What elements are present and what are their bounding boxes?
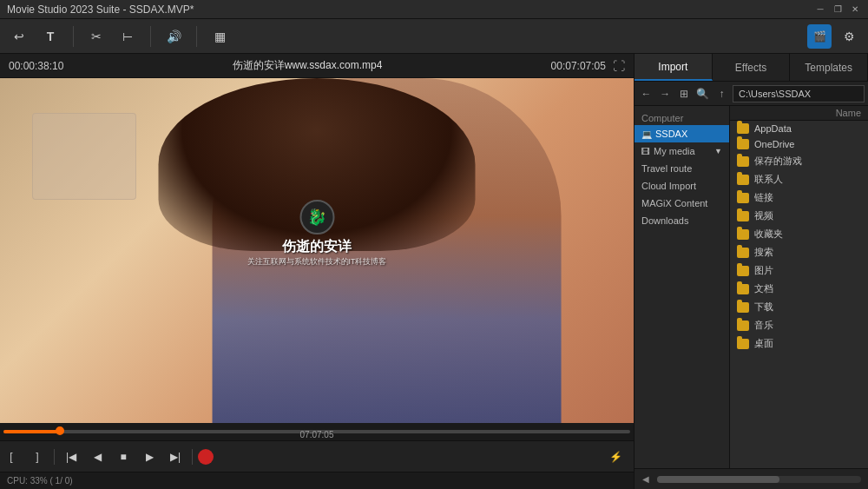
file-name: 视频 <box>754 209 773 222</box>
nav-item-ssdax[interactable]: 💻 SSDAX <box>635 125 729 142</box>
file-name: OneDrive <box>754 139 794 149</box>
folder-view-button[interactable]: ⊞ <box>676 84 693 103</box>
boost-button[interactable]: ⚡ <box>604 446 627 468</box>
file-name: 链接 <box>754 191 773 204</box>
go-to-start-button[interactable]: |◀ <box>60 446 82 468</box>
trim-tool-button[interactable]: ⊢ <box>115 24 140 49</box>
forward-button[interactable]: → <box>657 84 674 103</box>
progress-thumb <box>54 425 66 437</box>
undo-button[interactable]: ↩ <box>7 24 31 49</box>
folder-icon <box>737 156 749 167</box>
folder-icon <box>737 123 749 134</box>
path-input[interactable] <box>733 85 865 102</box>
title-text: Movie Studio 2023 Suite - SSDAX.MVP* <box>7 3 194 16</box>
search-button[interactable]: 🔍 <box>694 84 711 103</box>
video-topbar: 00:00:38:10 伤逝的安详www.ssdax.com.mp4 00:07… <box>0 54 634 78</box>
watermark-logo: 🐉 <box>299 200 334 235</box>
watermark-overlay: 🐉 伤逝的安详 关注互联网与系统软件技术的IT科技博客 <box>247 200 387 268</box>
transport-controls: [ ] |◀ ◀ ■ ▶ ▶| ⚡ <box>0 440 634 472</box>
timecode-total: 00:07:07:05 <box>551 60 606 72</box>
folder-icon <box>737 139 749 149</box>
nav-item-travel-route[interactable]: Travel route <box>635 160 729 177</box>
folder-icon <box>737 229 749 240</box>
text-tool-button[interactable]: T <box>38 24 62 49</box>
folder-icon <box>737 193 749 203</box>
nav-item-downloads[interactable]: Downloads <box>635 212 729 229</box>
folder-icon <box>737 302 749 313</box>
folder-icon <box>737 211 749 221</box>
mark-in-button[interactable]: [ <box>0 446 23 468</box>
video-player: 00:00:38:10 伤逝的安详www.ssdax.com.mp4 00:07… <box>0 54 634 472</box>
folder-icon <box>737 320 749 331</box>
folder-icon <box>737 266 749 276</box>
list-item[interactable]: OneDrive <box>730 136 868 152</box>
status-bar: CPU: 33% ( 1/ 0) <box>0 472 634 489</box>
nav-computer-header: Computer <box>635 109 729 125</box>
progress-area[interactable]: 07:07:05 <box>0 423 634 440</box>
nav-panel: Computer 💻 SSDAX 🎞 My media ▼ Travel rou… <box>635 106 730 468</box>
settings-button[interactable]: ⚙ <box>837 24 861 49</box>
progress-time: 07:07:05 <box>300 430 334 439</box>
window-controls[interactable]: ─ ❐ ✕ <box>814 3 861 16</box>
transport-right: ⚡ <box>604 446 634 468</box>
list-item[interactable]: 保存的游戏 <box>730 152 868 170</box>
list-item[interactable]: AppData <box>730 121 868 136</box>
list-item[interactable]: 图片 <box>730 261 868 280</box>
minimize-button[interactable]: ─ <box>814 3 826 16</box>
list-item[interactable]: 视频 <box>730 207 868 225</box>
file-name: 文档 <box>754 282 773 295</box>
tab-import[interactable]: Import <box>635 54 713 81</box>
list-item[interactable]: 链接 <box>730 188 868 207</box>
list-item[interactable]: 文档 <box>730 280 868 298</box>
file-browser: Computer 💻 SSDAX 🎞 My media ▼ Travel rou… <box>635 106 868 468</box>
storyboard-button[interactable]: ▦ <box>207 24 232 49</box>
fullscreen-icon[interactable]: ⛶ <box>613 59 625 73</box>
title-bar: Movie Studio 2023 Suite - SSDAX.MVP* ─ ❐… <box>0 0 868 19</box>
close-button[interactable]: ✕ <box>849 3 861 16</box>
prev-frame-button[interactable]: ◀ <box>86 446 108 468</box>
up-button[interactable]: ↑ <box>713 84 730 103</box>
list-item[interactable]: 桌面 <box>730 334 868 353</box>
nav-item-magix-content[interactable]: MAGiX Content <box>635 195 729 212</box>
file-name: 联系人 <box>754 173 783 186</box>
list-item[interactable]: 搜索 <box>730 243 868 261</box>
tab-templates[interactable]: Templates <box>790 54 868 81</box>
nav-item-my-media[interactable]: 🎞 My media ▼ <box>635 142 729 160</box>
collapse-button[interactable]: ◀ <box>638 472 654 487</box>
video-content: 🐉 伤逝的安详 关注互联网与系统软件技术的IT科技博客 <box>0 78 634 423</box>
file-name: 搜索 <box>754 246 773 259</box>
scrollbar-track[interactable] <box>657 476 861 483</box>
video-panel: 00:00:38:10 伤逝的安详www.ssdax.com.mp4 00:07… <box>0 54 634 489</box>
list-item[interactable]: 联系人 <box>730 170 868 188</box>
folder-icon <box>737 339 749 349</box>
mark-out-button[interactable]: ] <box>26 446 49 468</box>
file-name: AppData <box>754 123 792 134</box>
timecode-current: 00:00:38:10 <box>9 60 63 72</box>
app-icon: 🎬 <box>807 24 832 49</box>
list-item[interactable]: 音乐 <box>730 316 868 334</box>
video-filename: 伤逝的安详www.ssdax.com.mp4 <box>233 58 383 73</box>
file-name: 下载 <box>754 301 773 314</box>
stop-button[interactable]: ■ <box>112 446 135 468</box>
cpu-status: CPU: 33% ( 1/ 0) <box>7 476 73 486</box>
next-frame-button[interactable]: ▶ <box>138 446 161 468</box>
list-item[interactable]: 收藏夹 <box>730 225 868 243</box>
file-name: 音乐 <box>754 319 773 332</box>
record-button[interactable] <box>198 449 214 465</box>
scrollbar-thumb[interactable] <box>657 476 779 483</box>
tab-effects[interactable]: Effects <box>713 54 791 81</box>
transport-sep-2 <box>192 449 193 465</box>
volume-button[interactable]: 🔊 <box>161 24 186 49</box>
cut-tool-button[interactable]: ✂ <box>84 24 108 49</box>
file-list-header: Name <box>730 106 868 121</box>
back-button[interactable]: ← <box>638 84 654 103</box>
video-frame: 🐉 伤逝的安详 关注互联网与系统软件技术的IT科技博客 <box>0 78 634 423</box>
tab-bar: Import Effects Templates <box>635 54 868 82</box>
maximize-button[interactable]: ❐ <box>832 3 844 16</box>
ssdax-icon: 💻 <box>641 129 652 139</box>
toolbar-separator-3 <box>196 26 197 47</box>
nav-item-cloud-import[interactable]: Cloud Import <box>635 177 729 195</box>
go-to-end-button[interactable]: ▶| <box>164 446 187 468</box>
list-item[interactable]: 下载 <box>730 298 868 316</box>
right-bottom: ◀ <box>635 468 868 489</box>
